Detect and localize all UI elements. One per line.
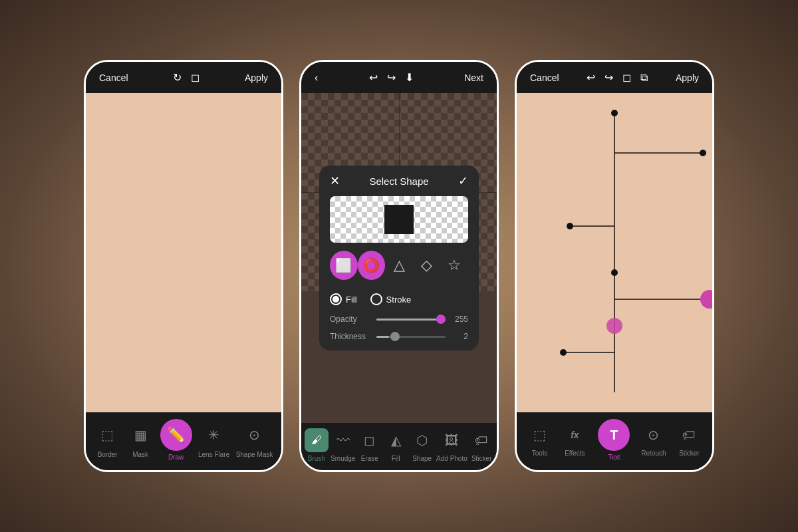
phone2-download-icon[interactable]: ⬇: [405, 71, 414, 84]
thickness-fill: [376, 336, 389, 338]
tool3-sticker[interactable]: 🏷 Sticker: [677, 423, 701, 457]
addphoto-icon: 🖼: [445, 433, 458, 448]
tool-brush[interactable]: 🖌 Brush: [305, 428, 329, 462]
smudge-icon-wrap: 〰: [331, 428, 355, 452]
phone3-apply-btn[interactable]: Apply: [676, 72, 699, 83]
draw-icon: ✏️: [167, 426, 185, 444]
text-label: Text: [608, 454, 620, 461]
border-label: Border: [98, 451, 118, 458]
lensflare-icon-wrap: ✳: [201, 422, 227, 448]
tools-icon: ⬚: [533, 427, 546, 443]
retouch-icon: ⊙: [648, 427, 659, 443]
smudge-icon: 〰: [336, 433, 350, 448]
tools-label: Tools: [532, 450, 547, 457]
border-icon-wrap: ⬚: [94, 422, 121, 448]
bezier-curve-svg: [517, 93, 712, 412]
phone2-next-btn[interactable]: Next: [464, 72, 483, 83]
shape-icon: ⬡: [416, 432, 428, 448]
phone1-redo-icon[interactable]: ↻: [173, 71, 182, 84]
svg-point-6: [700, 150, 706, 156]
tool-fill[interactable]: ◭ Fill: [384, 428, 408, 462]
draw-label: Draw: [168, 454, 184, 461]
tool-border[interactable]: ⬚ Border: [94, 422, 121, 458]
tool-erase[interactable]: ◻ Erase: [358, 428, 382, 462]
thickness-row: Thickness 2: [319, 328, 479, 350]
shape-square-btn[interactable]: ⬜: [330, 251, 358, 280]
modal-overlay: ✕ Select Shape ✓ ⬜ ⭕ △: [301, 93, 497, 423]
fill-stroke-row: Fill Stroke: [319, 288, 479, 311]
modal-header: ✕ Select Shape ✓: [319, 166, 479, 196]
phone1-top-bar: Cancel ↻ ◻ Apply: [86, 62, 281, 93]
phone2-canvas: ✕ Select Shape ✓ ⬜ ⭕ △: [301, 93, 497, 423]
shape-icon-wrap: ⬡: [410, 428, 434, 452]
phone-1: Cancel ↻ ◻ Apply ⬚ Border ▦ Mask: [84, 60, 283, 472]
stroke-radio[interactable]: [370, 293, 382, 305]
opacity-thumb[interactable]: [436, 315, 446, 324]
shape-diamond-btn[interactable]: ◇: [413, 251, 441, 280]
tool-draw[interactable]: ✏️ Draw: [160, 419, 192, 461]
phone1-eraser-icon[interactable]: ◻: [191, 71, 200, 84]
sticker-icon-wrap: 🏷: [469, 428, 493, 452]
phone3-eraser-icon[interactable]: ◻: [622, 71, 631, 84]
border-icon: ⬚: [101, 427, 114, 443]
fill-option[interactable]: Fill: [330, 293, 357, 305]
preview-square: [384, 205, 414, 234]
shape-circle-btn[interactable]: ⭕: [358, 251, 386, 280]
phone3-layers-icon[interactable]: ⧉: [640, 72, 648, 84]
svg-point-9: [560, 349, 567, 356]
tool-sticker[interactable]: 🏷 Sticker: [469, 428, 493, 462]
phone1-canvas: [86, 93, 281, 412]
svg-point-5: [611, 110, 618, 116]
phone2-redo-icon[interactable]: ↪: [387, 71, 396, 84]
tool-addphoto[interactable]: 🖼 Add Photo: [436, 428, 467, 462]
effects-icon: fx: [571, 430, 579, 440]
tool3-retouch[interactable]: ⊙ Retouch: [641, 423, 666, 457]
phone1-cancel-btn[interactable]: Cancel: [99, 72, 128, 83]
shapemask-label: Shape Mask: [236, 451, 273, 458]
phone3-redo-icon[interactable]: ↪: [604, 71, 613, 84]
tool-mask[interactable]: ▦ Mask: [127, 422, 154, 458]
shape-star-btn[interactable]: ☆: [440, 251, 468, 280]
phone3-top-bar: Cancel ↩ ↪ ◻ ⧉ Apply: [517, 62, 712, 93]
opacity-track[interactable]: [376, 319, 446, 321]
phone2-back-icon[interactable]: ‹: [315, 72, 318, 84]
phone3-bottom-bar: ⬚ Tools fx Effects T Text ⊙ Retou: [517, 412, 712, 470]
phone3-cancel-btn[interactable]: Cancel: [530, 72, 559, 83]
tool3-text[interactable]: T Text: [598, 419, 630, 461]
lensflare-icon: ✳: [208, 427, 219, 443]
square-shape-icon: ⬜: [335, 257, 352, 273]
tool3-effects[interactable]: fx Effects: [563, 423, 587, 457]
draw-icon-wrap: ✏️: [160, 419, 192, 451]
opacity-fill: [376, 319, 446, 321]
opacity-label: Opacity: [330, 315, 370, 324]
opacity-row: Opacity 255: [319, 311, 479, 328]
tool-shapemask[interactable]: ⊙ Shape Mask: [236, 422, 273, 458]
shape-triangle-btn[interactable]: △: [385, 251, 413, 280]
tool3-tools[interactable]: ⬚ Tools: [527, 423, 551, 457]
shape-label: Shape: [412, 455, 432, 462]
tool-shape[interactable]: ⬡ Shape: [410, 428, 434, 462]
circle-shape-icon: ⭕: [363, 257, 380, 273]
retouch-icon-wrap: ⊙: [642, 423, 666, 447]
modal-close-icon[interactable]: ✕: [330, 174, 340, 188]
shape-preview: [330, 196, 468, 243]
stroke-option[interactable]: Stroke: [370, 293, 412, 305]
shapemask-icon-wrap: ⊙: [241, 422, 267, 448]
brush-icon-wrap: 🖌: [305, 428, 329, 452]
phone3-undo-icon[interactable]: ↩: [587, 71, 595, 84]
thickness-thumb[interactable]: [390, 332, 400, 341]
tool-lensflare[interactable]: ✳ Lens Flare: [198, 422, 229, 458]
phone2-top-bar: ‹ ↩ ↪ ⬇ Next: [301, 62, 497, 93]
phone3-canvas: [517, 93, 712, 412]
phone1-apply-btn[interactable]: Apply: [245, 72, 268, 83]
phone2-undo-icon[interactable]: ↩: [369, 71, 378, 84]
thickness-track[interactable]: [376, 336, 446, 338]
phone2-tool-row: 🖌 Brush 〰 Smudge ◻ Erase ◭ Fill: [304, 428, 494, 462]
modal-confirm-icon[interactable]: ✓: [458, 174, 468, 188]
stroke-label: Stroke: [386, 295, 412, 305]
fill-radio[interactable]: [330, 293, 342, 305]
erase-icon-wrap: ◻: [358, 428, 382, 452]
phone-3: Cancel ↩ ↪ ◻ ⧉ Apply: [515, 60, 714, 472]
tool-smudge[interactable]: 〰 Smudge: [331, 428, 355, 462]
mask-icon: ▦: [134, 427, 147, 443]
